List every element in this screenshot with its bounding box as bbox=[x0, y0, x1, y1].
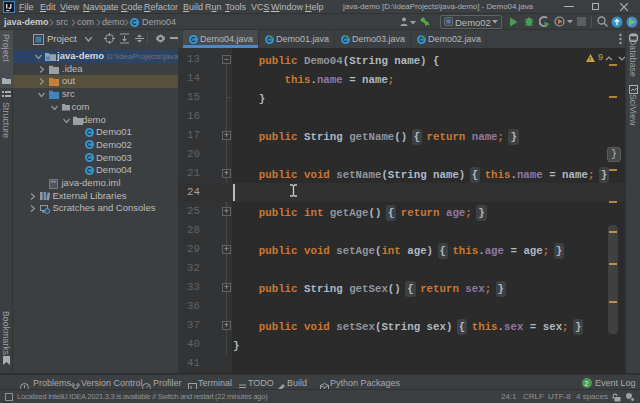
svg-text:C: C bbox=[87, 129, 92, 136]
svg-text:C: C bbox=[132, 18, 137, 25]
svg-text:C: C bbox=[87, 154, 92, 161]
svg-text:C: C bbox=[191, 36, 196, 43]
svg-text:C: C bbox=[87, 167, 92, 174]
svg-text:!: ! bbox=[589, 56, 591, 62]
svg-text:2: 2 bbox=[585, 379, 589, 386]
svg-text:C: C bbox=[87, 141, 92, 148]
